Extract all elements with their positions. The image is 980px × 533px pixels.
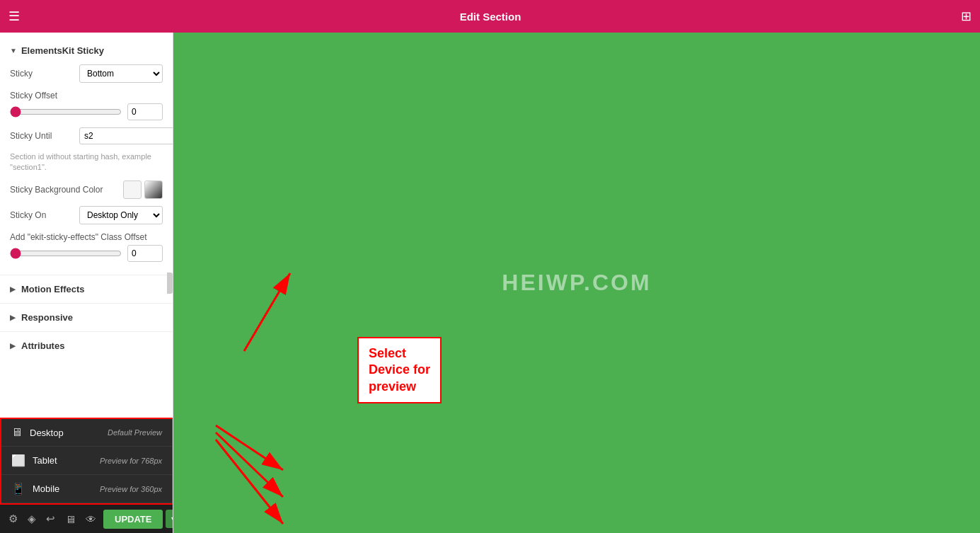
sticky-on-row: Sticky On Desktop Only Tablet & Mobile M…	[10, 206, 163, 224]
canvas-area: HEIWP.COM SelectDevice forpreview	[173, 33, 980, 533]
device-bar: 🖥 Desktop Default Preview ⬜ Tablet Previ…	[0, 418, 173, 505]
grid-icon[interactable]: ⊞	[961, 8, 972, 24]
class-offset-slider[interactable]	[10, 248, 122, 259]
svg-line-2	[216, 440, 283, 524]
layers-icon[interactable]: ◈	[25, 510, 39, 528]
responsive-section[interactable]: ▶ Responsive	[0, 303, 173, 331]
tablet-icon: ⬜	[11, 454, 25, 467]
sticky-row: Sticky None Top Bottom	[10, 64, 163, 83]
svg-line-0	[216, 425, 283, 470]
device-toolbar-icon[interactable]: 🖥	[62, 510, 79, 528]
attributes-section[interactable]: ▶ Attributes	[0, 331, 173, 360]
tablet-label: Tablet	[33, 455, 93, 466]
sticky-until-input[interactable]	[79, 127, 173, 144]
sticky-arrow-icon: ▼	[10, 47, 17, 55]
responsive-header: ▶ Responsive	[10, 312, 163, 323]
responsive-arrow-icon: ▶	[10, 314, 16, 321]
gear-icon[interactable]: ⚙	[6, 510, 21, 528]
sticky-label: Sticky	[10, 69, 74, 79]
mobile-label: Mobile	[33, 483, 93, 494]
motion-effects-section[interactable]: ▶ Motion Effects	[0, 275, 173, 303]
canvas-watermark: HEIWP.COM	[502, 270, 651, 296]
callout-text: SelectDevice forpreview	[369, 346, 430, 394]
top-header: ☰ Edit Section ⊞	[0, 0, 980, 33]
history-icon[interactable]: ↩	[43, 510, 58, 528]
update-arrow-button[interactable]: ▾	[166, 510, 173, 528]
sticky-bg-color-label: Sticky Background Color	[10, 185, 123, 195]
mobile-preview: Preview for 360px	[100, 485, 162, 493]
tablet-preview: Preview for 768px	[100, 457, 162, 465]
sticky-offset-slider[interactable]	[10, 106, 122, 118]
desktop-preview: Default Preview	[108, 428, 162, 437]
gradient-icon[interactable]	[144, 180, 163, 199]
hamburger-icon[interactable]: ☰	[8, 8, 20, 24]
sticky-hint-text: Section id without starting hash, exampl…	[10, 151, 163, 173]
update-button[interactable]: UPDATE	[103, 510, 163, 529]
mobile-icon: 📱	[11, 482, 25, 495]
class-offset-label-row: Add "ekit-sticky-effects" Class Offset	[10, 231, 163, 242]
motion-effects-label: Motion Effects	[21, 284, 85, 294]
main-area: ▼ ElementsKit Sticky Sticky None Top Bot…	[0, 33, 980, 533]
device-item-mobile[interactable]: 📱 Mobile Preview for 360px	[1, 475, 172, 503]
sticky-bg-color-row: Sticky Background Color	[10, 180, 163, 199]
sticky-offset-label: Sticky Offset	[10, 91, 57, 101]
sticky-offset-slider-row	[10, 103, 163, 120]
elementskit-sticky-section: ▼ ElementsKit Sticky Sticky None Top Bot…	[0, 40, 173, 275]
sticky-until-label: Sticky Until	[10, 131, 74, 141]
device-item-desktop[interactable]: 🖥 Desktop Default Preview	[1, 419, 172, 447]
motion-effects-header: ▶ Motion Effects	[10, 284, 163, 294]
svg-line-3	[244, 273, 290, 351]
attributes-label: Attributes	[21, 340, 64, 351]
class-offset-label: Add "ekit-sticky-effects" Class Offset	[10, 232, 146, 242]
sticky-on-label: Sticky On	[10, 210, 74, 220]
eye-icon[interactable]: 👁	[83, 510, 99, 528]
desktop-icon: 🖥	[11, 426, 23, 439]
sticky-select[interactable]: None Top Bottom	[79, 64, 163, 83]
responsive-label: Responsive	[21, 312, 73, 323]
sticky-on-select[interactable]: Desktop Only Tablet & Mobile Mobile Only…	[79, 206, 163, 224]
sticky-offset-number[interactable]	[127, 103, 163, 120]
sticky-offset-label-row: Sticky Offset	[10, 90, 163, 101]
svg-line-1	[216, 432, 283, 497]
class-offset-number[interactable]	[127, 245, 163, 262]
attributes-arrow-icon: ▶	[10, 342, 16, 350]
desktop-label: Desktop	[30, 428, 100, 438]
callout-box: SelectDevice forpreview	[357, 337, 442, 403]
resize-handle[interactable]	[167, 273, 173, 294]
attributes-header: ▶ Attributes	[10, 340, 163, 351]
motion-arrow-icon: ▶	[10, 285, 16, 293]
device-item-tablet[interactable]: ⬜ Tablet Preview for 768px	[1, 447, 172, 475]
sticky-section-title[interactable]: ▼ ElementsKit Sticky	[10, 45, 163, 56]
class-offset-slider-row	[10, 245, 163, 262]
bottom-toolbar: ⚙ ◈ ↩ 🖥 👁 UPDATE ▾	[0, 505, 173, 533]
color-swatch[interactable]	[123, 180, 142, 199]
sticky-until-row: Sticky Until	[10, 127, 163, 144]
page-title: Edit Section	[28, 11, 952, 23]
sticky-section-label: ElementsKit Sticky	[21, 45, 104, 56]
sidebar: ▼ ElementsKit Sticky Sticky None Top Bot…	[0, 33, 173, 533]
